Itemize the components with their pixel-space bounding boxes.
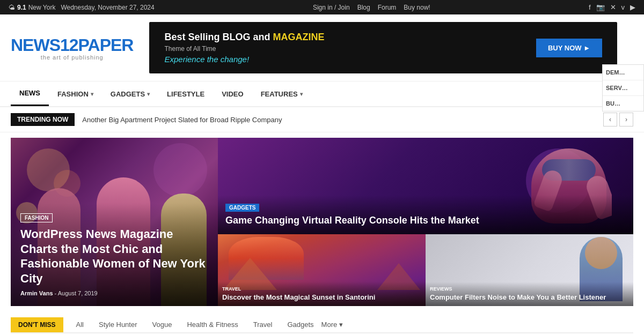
trending-next-button[interactable]: › bbox=[619, 113, 633, 126]
trending-bar: TRENDING NOW Another Big Apartment Proje… bbox=[0, 107, 644, 132]
hero-travel-category: TRAVEL bbox=[222, 286, 421, 292]
facebook-social-icon[interactable]: f bbox=[589, 3, 591, 11]
top-bar: 🌤 9.1 New York Wednesday, November 27, 2… bbox=[0, 0, 644, 14]
ad-tagline: Experience the change! bbox=[164, 55, 324, 64]
hero-main-article[interactable]: FASHION WordPress News Magazine Charts t… bbox=[11, 138, 218, 306]
right-panel-item-3: BU… bbox=[603, 96, 643, 111]
dont-miss-more-dropdown[interactable]: More ▾ bbox=[321, 321, 343, 329]
header-ad-title: Best Selling BLOG and MAGAZINE bbox=[164, 32, 324, 43]
hero-reviews-article[interactable]: REVIEWS Computer Filters Noise to Make Y… bbox=[426, 234, 633, 306]
trending-text: Another Big Apartment Project Slated for… bbox=[82, 116, 596, 124]
logo-part2: PAPER bbox=[78, 35, 134, 55]
nav-item-gadgets[interactable]: GADGETS ▾ bbox=[102, 83, 158, 106]
header-ad-text: Best Selling BLOG and MAGAZINE Theme of … bbox=[164, 32, 324, 64]
hero-travel-article[interactable]: TRAVEL Discover the Most Magical Sunset … bbox=[218, 234, 426, 306]
signin-link[interactable]: Sign in / Join bbox=[313, 4, 350, 11]
site-logo[interactable]: NEWS12PAPER the art of publishing bbox=[11, 35, 133, 61]
hero-vr-category: GADGETS bbox=[225, 204, 259, 212]
hero-vr-article[interactable]: GADGETS Game Changing Virtual Reality Co… bbox=[218, 138, 633, 234]
nav-item-news[interactable]: NEWS bbox=[11, 81, 49, 106]
logo-text: NEWS12PAPER bbox=[11, 35, 133, 55]
top-bar-nav: Sign in / Join Blog Forum Buy now! bbox=[313, 4, 430, 11]
header-advertisement: Best Selling BLOG and MAGAZINE Theme of … bbox=[149, 22, 617, 73]
hero-bottom-cards: TRAVEL Discover the Most Magical Sunset … bbox=[218, 234, 633, 306]
dont-miss-tab-health-fitness[interactable]: Health & Fitness bbox=[179, 317, 245, 332]
nav-item-lifestyle[interactable]: LIFESTYLE bbox=[158, 83, 213, 106]
nav-item-video[interactable]: VIDEO bbox=[213, 83, 252, 106]
ad-blog: BLOG bbox=[223, 32, 251, 42]
weather-widget: 🌤 9.1 New York bbox=[9, 4, 55, 11]
trending-nav: ‹ › bbox=[603, 113, 633, 126]
ad-and: and bbox=[253, 32, 273, 42]
ad-subtitle: Theme of All Time bbox=[164, 45, 324, 53]
hero-reviews-category: REVIEWS bbox=[430, 286, 629, 292]
chevron-down-icon: ▾ bbox=[300, 91, 303, 97]
dont-miss-tab-style-hunter[interactable]: Style Hunter bbox=[91, 317, 145, 332]
hero-reviews-title: Computer Filters Noise to Make You a Bet… bbox=[430, 293, 629, 302]
right-panel-item-2: SERV… bbox=[603, 80, 643, 96]
instagram-social-icon[interactable]: 📷 bbox=[596, 3, 605, 11]
vimeo-social-icon[interactable]: v bbox=[621, 3, 625, 11]
weather-icon: 🌤 bbox=[9, 4, 15, 11]
dont-miss-label: DON'T MISS bbox=[11, 317, 63, 332]
hero-main-title: WordPress News Magazine Charts the Most … bbox=[20, 227, 208, 286]
dont-miss-section: DON'T MISS All Style Hunter Vogue Health… bbox=[11, 317, 633, 335]
youtube-social-icon[interactable]: ▶ bbox=[630, 3, 635, 11]
header-ad-inner: Best Selling BLOG and MAGAZINE Theme of … bbox=[149, 22, 617, 73]
hero-vr-title: Game Changing Virtual Reality Console Hi… bbox=[225, 215, 626, 227]
forum-link[interactable]: Forum bbox=[378, 4, 397, 11]
hero-travel-overlay: TRAVEL Discover the Most Magical Sunset … bbox=[218, 282, 426, 306]
date-display: Wednesday, November 27, 2024 bbox=[61, 4, 154, 11]
dont-miss-tab-vogue[interactable]: Vogue bbox=[145, 317, 180, 332]
trending-prev-button[interactable]: ‹ bbox=[603, 113, 617, 126]
ad-title-plain: Best Selling bbox=[164, 32, 222, 42]
buynow-link[interactable]: Buy now! bbox=[404, 4, 430, 11]
location: New York bbox=[28, 4, 56, 11]
header: NEWS12PAPER the art of publishing Best S… bbox=[0, 14, 644, 81]
hero-reviews-overlay: REVIEWS Computer Filters Noise to Make Y… bbox=[426, 282, 633, 306]
hero-main-overlay: FASHION WordPress News Magazine Charts t… bbox=[11, 203, 218, 306]
ad-magazine: MAGAZINE bbox=[273, 32, 325, 42]
chevron-down-icon: ▾ bbox=[91, 91, 93, 97]
nav-item-fashion[interactable]: FASHION ▾ bbox=[49, 83, 102, 106]
temperature: 9.1 bbox=[17, 4, 26, 11]
blog-link[interactable]: Blog bbox=[357, 4, 370, 11]
hero-main-author: Armin Vans - August 7, 2019 bbox=[20, 290, 208, 296]
dont-miss-tab-all[interactable]: All bbox=[69, 317, 91, 332]
hero-vr-overlay: GADGETS Game Changing Virtual Reality Co… bbox=[218, 195, 633, 234]
trending-label: TRENDING NOW bbox=[11, 113, 75, 126]
chevron-down-icon: ▾ bbox=[339, 321, 343, 329]
social-icons: f 📷 ✕ v ▶ bbox=[589, 3, 635, 11]
chevron-down-icon: ▾ bbox=[147, 91, 150, 97]
right-panel-item-1: DEM… bbox=[603, 65, 643, 80]
header-ad-button[interactable]: BUY NOW ► bbox=[536, 39, 602, 57]
hero-right-column: GADGETS Game Changing Virtual Reality Co… bbox=[218, 138, 633, 306]
hero-main-category: FASHION bbox=[20, 213, 53, 222]
logo-tagline: the art of publishing bbox=[41, 54, 104, 61]
nav-links: NEWS FASHION ▾ GADGETS ▾ LIFESTYLE VIDEO… bbox=[11, 81, 311, 106]
hero-section: FASHION WordPress News Magazine Charts t… bbox=[11, 138, 633, 306]
dont-miss-tabs: DON'T MISS All Style Hunter Vogue Health… bbox=[11, 317, 633, 333]
top-bar-left: 🌤 9.1 New York Wednesday, November 27, 2… bbox=[9, 4, 155, 11]
logo-part1: NEWS bbox=[11, 35, 60, 55]
right-panel: DEM… SERV… BU… bbox=[602, 64, 644, 111]
logo-number: 12 bbox=[60, 35, 78, 55]
dont-miss-tab-travel[interactable]: Travel bbox=[246, 317, 280, 332]
twitter-social-icon[interactable]: ✕ bbox=[610, 3, 616, 11]
hero-travel-title: Discover the Most Magical Sunset in Sant… bbox=[222, 293, 421, 302]
nav-item-features[interactable]: FEATURES ▾ bbox=[252, 83, 311, 106]
dont-miss-tab-gadgets[interactable]: Gadgets bbox=[280, 317, 321, 332]
main-navigation: NEWS FASHION ▾ GADGETS ▾ LIFESTYLE VIDEO… bbox=[0, 81, 644, 107]
